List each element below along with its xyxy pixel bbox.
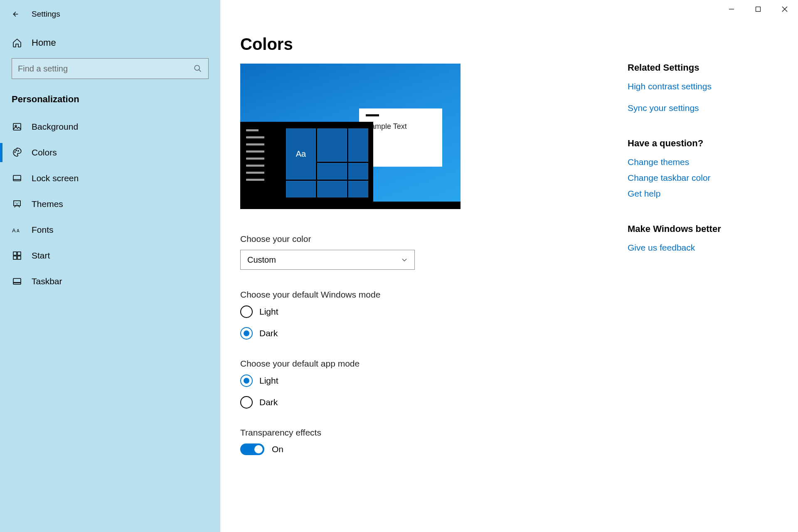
svg-rect-12: [17, 256, 21, 259]
app-mode-dark[interactable]: Dark: [240, 396, 586, 409]
preview-tile-aa: Aa: [286, 128, 316, 180]
preview-start-menu: Aa: [240, 122, 373, 209]
radio-icon: [240, 396, 253, 409]
nav-label: Background: [32, 122, 78, 132]
app-mode-label: Choose your default app mode: [240, 359, 586, 369]
sidebar: Settings Home Personalization Background…: [0, 0, 220, 532]
nav-item-taskbar[interactable]: Taskbar: [0, 268, 220, 294]
window-title: Settings: [32, 10, 60, 19]
svg-point-4: [16, 150, 17, 151]
choose-color-label: Choose your color: [240, 234, 586, 244]
radio-label: Light: [259, 376, 278, 386]
svg-rect-1: [13, 123, 21, 130]
home-icon: [12, 37, 22, 48]
svg-rect-10: [17, 252, 21, 255]
svg-point-3: [15, 152, 15, 153]
search-input[interactable]: [18, 64, 193, 74]
related-settings-heading: Related Settings: [628, 62, 761, 73]
nav-item-colors[interactable]: Colors: [0, 140, 220, 165]
nav-label: Lock screen: [32, 173, 79, 183]
transparency-label: Transparency effects: [240, 428, 586, 438]
link-high-contrast[interactable]: High contrast settings: [628, 81, 761, 91]
content-column: Colors Sample Text Aa Choose your color: [220, 0, 586, 532]
windows-mode-dark[interactable]: Dark: [240, 327, 586, 340]
windows-mode-light[interactable]: Light: [240, 305, 586, 318]
transparency-toggle-row: On: [240, 443, 586, 455]
nav-item-lock-screen[interactable]: Lock screen: [0, 165, 220, 191]
window-controls: [718, 0, 798, 18]
nav-item-start[interactable]: Start: [0, 243, 220, 268]
svg-rect-11: [13, 256, 17, 259]
transparency-value: On: [272, 444, 283, 454]
svg-rect-13: [13, 278, 21, 284]
sidebar-header: Settings: [0, 5, 220, 31]
windows-mode-group: Light Dark: [240, 305, 586, 340]
radio-label: Dark: [259, 328, 278, 338]
app-mode-group: Light Dark: [240, 374, 586, 409]
lock-screen-icon: [12, 173, 22, 184]
category-title: Personalization: [0, 86, 220, 114]
close-icon: [782, 6, 788, 12]
preview-sample-text: Sample Text: [366, 122, 436, 131]
fonts-icon: AA: [12, 224, 22, 235]
link-get-help[interactable]: Get help: [628, 189, 761, 199]
minimize-icon: [729, 6, 734, 12]
svg-rect-9: [13, 252, 17, 255]
preview-menu-lines: [246, 129, 264, 181]
svg-point-5: [18, 150, 19, 151]
minimize-button[interactable]: [718, 0, 745, 18]
color-preview: Sample Text Aa: [240, 64, 461, 209]
nav-label: Fonts: [32, 225, 54, 235]
themes-icon: [12, 199, 22, 209]
palette-icon: [12, 147, 22, 158]
preview-tiles: Aa: [286, 128, 368, 197]
nav-label: Start: [32, 251, 50, 261]
nav-label: Themes: [32, 199, 63, 209]
main-content: Colors Sample Text Aa Choose your color: [220, 0, 798, 532]
feedback-heading: Make Windows better: [628, 224, 761, 234]
svg-rect-14: [756, 7, 761, 12]
page-title: Colors: [240, 35, 586, 54]
home-nav[interactable]: Home: [0, 31, 220, 55]
link-change-taskbar-color[interactable]: Change taskbar color: [628, 173, 761, 183]
arrow-left-icon: [10, 10, 20, 19]
nav-item-themes[interactable]: Themes: [0, 191, 220, 217]
radio-icon: [240, 327, 253, 340]
back-button[interactable]: [10, 9, 20, 19]
radio-label: Dark: [259, 397, 278, 407]
question-heading: Have a question?: [628, 138, 761, 149]
right-column: Related Settings High contrast settings …: [586, 0, 761, 532]
radio-icon: [240, 374, 253, 387]
link-sync-settings[interactable]: Sync your settings: [628, 103, 761, 113]
search-container: [0, 55, 220, 86]
close-button[interactable]: [771, 0, 798, 18]
choose-color-value: Custom: [247, 255, 276, 265]
taskbar-icon: [12, 276, 22, 287]
radio-icon: [240, 305, 253, 318]
nav-label: Taskbar: [32, 276, 62, 286]
maximize-icon: [755, 6, 761, 12]
svg-text:A: A: [12, 227, 16, 234]
preview-taskbar: [240, 202, 461, 209]
maximize-button[interactable]: [745, 0, 771, 18]
search-icon: [193, 64, 202, 73]
radio-label: Light: [259, 307, 278, 317]
svg-text:A: A: [17, 229, 20, 233]
svg-rect-6: [13, 175, 21, 181]
nav-item-background[interactable]: Background: [0, 114, 220, 140]
home-label: Home: [32, 37, 56, 48]
nav-item-fonts[interactable]: AA Fonts: [0, 217, 220, 243]
nav-label: Colors: [32, 148, 57, 158]
search-box[interactable]: [12, 58, 209, 79]
app-mode-light[interactable]: Light: [240, 374, 586, 387]
preview-window-accent-bar: [366, 114, 379, 116]
transparency-toggle[interactable]: [240, 443, 264, 455]
link-give-feedback[interactable]: Give us feedback: [628, 243, 761, 253]
windows-mode-label: Choose your default Windows mode: [240, 290, 586, 300]
start-icon: [12, 250, 22, 261]
link-change-themes[interactable]: Change themes: [628, 157, 761, 167]
chevron-down-icon: [401, 256, 408, 263]
choose-color-dropdown[interactable]: Custom: [240, 250, 415, 270]
nav-list: Background Colors Lock screen Themes AA …: [0, 114, 220, 294]
svg-point-0: [195, 65, 200, 70]
